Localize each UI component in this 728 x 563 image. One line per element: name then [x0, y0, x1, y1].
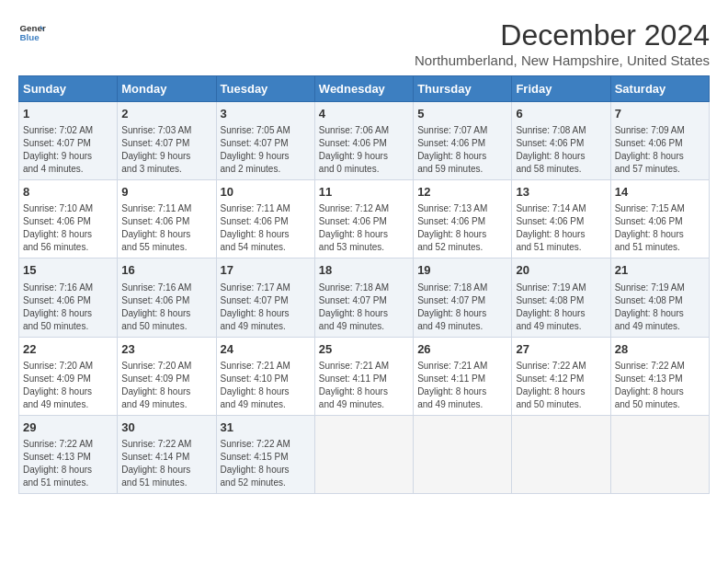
day-number: 18	[319, 262, 409, 279]
weekday-header-cell: Sunday	[19, 76, 118, 102]
calendar-week-row: 29Sunrise: 7:22 AM Sunset: 4:13 PM Dayli…	[19, 415, 710, 493]
calendar-cell: 26Sunrise: 7:21 AM Sunset: 4:11 PM Dayli…	[414, 337, 512, 415]
day-info: Sunrise: 7:14 AM Sunset: 4:06 PM Dayligh…	[516, 202, 606, 254]
weekday-header-cell: Friday	[512, 76, 610, 102]
day-number: 8	[23, 184, 113, 201]
day-info: Sunrise: 7:11 AM Sunset: 4:06 PM Dayligh…	[221, 202, 311, 254]
day-info: Sunrise: 7:13 AM Sunset: 4:06 PM Dayligh…	[417, 202, 507, 254]
day-info: Sunrise: 7:18 AM Sunset: 4:07 PM Dayligh…	[417, 282, 507, 333]
calendar-cell: 16Sunrise: 7:16 AM Sunset: 4:06 PM Dayli…	[118, 259, 216, 337]
day-info: Sunrise: 7:21 AM Sunset: 4:11 PM Dayligh…	[319, 360, 409, 411]
day-number: 20	[516, 262, 606, 279]
day-number: 7	[615, 106, 705, 122]
day-number: 9	[121, 184, 211, 201]
day-info: Sunrise: 7:12 AM Sunset: 4:06 PM Dayligh…	[319, 202, 409, 254]
calendar-cell: 6Sunrise: 7:08 AM Sunset: 4:06 PM Daylig…	[512, 102, 610, 180]
day-info: Sunrise: 7:15 AM Sunset: 4:06 PM Dayligh…	[615, 202, 705, 254]
day-info: Sunrise: 7:09 AM Sunset: 4:06 PM Dayligh…	[615, 124, 705, 176]
calendar-cell: 10Sunrise: 7:11 AM Sunset: 4:06 PM Dayli…	[216, 180, 314, 259]
calendar-cell: 21Sunrise: 7:19 AM Sunset: 4:08 PM Dayli…	[610, 259, 709, 337]
calendar-week-row: 1Sunrise: 7:02 AM Sunset: 4:07 PM Daylig…	[19, 102, 710, 180]
day-info: Sunrise: 7:16 AM Sunset: 4:06 PM Dayligh…	[23, 282, 113, 333]
day-info: Sunrise: 7:06 AM Sunset: 4:06 PM Dayligh…	[319, 124, 409, 176]
day-info: Sunrise: 7:22 AM Sunset: 4:13 PM Dayligh…	[615, 360, 705, 411]
day-number: 28	[615, 341, 705, 358]
day-number: 30	[121, 419, 211, 436]
day-number: 21	[615, 262, 705, 279]
day-number: 1	[23, 106, 113, 122]
calendar-cell: 7Sunrise: 7:09 AM Sunset: 4:06 PM Daylig…	[610, 102, 709, 180]
day-number: 25	[319, 341, 409, 358]
calendar-week-row: 15Sunrise: 7:16 AM Sunset: 4:06 PM Dayli…	[19, 259, 710, 337]
day-info: Sunrise: 7:18 AM Sunset: 4:07 PM Dayligh…	[319, 282, 409, 333]
day-number: 22	[23, 341, 113, 358]
day-number: 14	[615, 184, 705, 201]
day-number: 23	[121, 341, 211, 358]
day-number: 16	[121, 262, 211, 279]
location-title: Northumberland, New Hampshire, United St…	[415, 52, 710, 68]
calendar-cell: 29Sunrise: 7:22 AM Sunset: 4:13 PM Dayli…	[19, 415, 118, 493]
calendar-week-row: 22Sunrise: 7:20 AM Sunset: 4:09 PM Dayli…	[19, 337, 710, 415]
calendar-cell: 28Sunrise: 7:22 AM Sunset: 4:13 PM Dayli…	[610, 337, 709, 415]
title-block: December 2024 Northumberland, New Hampsh…	[415, 18, 710, 68]
day-info: Sunrise: 7:22 AM Sunset: 4:15 PM Dayligh…	[221, 438, 311, 489]
day-info: Sunrise: 7:05 AM Sunset: 4:07 PM Dayligh…	[221, 124, 311, 176]
calendar-cell: 31Sunrise: 7:22 AM Sunset: 4:15 PM Dayli…	[216, 415, 314, 493]
calendar-cell: 15Sunrise: 7:16 AM Sunset: 4:06 PM Dayli…	[19, 259, 118, 337]
header: General Blue December 2024 Northumberlan…	[18, 18, 710, 68]
day-number: 24	[221, 341, 311, 358]
calendar-cell: 4Sunrise: 7:06 AM Sunset: 4:06 PM Daylig…	[314, 102, 413, 180]
svg-text:Blue: Blue	[20, 32, 40, 42]
calendar-cell: 27Sunrise: 7:22 AM Sunset: 4:12 PM Dayli…	[512, 337, 610, 415]
day-number: 6	[516, 106, 606, 122]
calendar-body: 1Sunrise: 7:02 AM Sunset: 4:07 PM Daylig…	[19, 102, 710, 494]
day-number: 31	[221, 419, 311, 436]
day-number: 13	[516, 184, 606, 201]
day-info: Sunrise: 7:21 AM Sunset: 4:10 PM Dayligh…	[221, 360, 311, 411]
calendar-cell	[610, 415, 709, 493]
calendar-cell: 22Sunrise: 7:20 AM Sunset: 4:09 PM Dayli…	[19, 337, 118, 415]
weekday-header-row: SundayMondayTuesdayWednesdayThursdayFrid…	[19, 76, 710, 102]
month-title: December 2024	[415, 18, 710, 52]
day-info: Sunrise: 7:08 AM Sunset: 4:06 PM Dayligh…	[516, 124, 606, 176]
calendar-cell: 30Sunrise: 7:22 AM Sunset: 4:14 PM Dayli…	[118, 415, 216, 493]
day-number: 27	[516, 341, 606, 358]
calendar-cell: 1Sunrise: 7:02 AM Sunset: 4:07 PM Daylig…	[19, 102, 118, 180]
calendar-cell: 5Sunrise: 7:07 AM Sunset: 4:06 PM Daylig…	[414, 102, 512, 180]
calendar-cell: 18Sunrise: 7:18 AM Sunset: 4:07 PM Dayli…	[314, 259, 413, 337]
calendar-week-row: 8Sunrise: 7:10 AM Sunset: 4:06 PM Daylig…	[19, 180, 710, 259]
day-info: Sunrise: 7:22 AM Sunset: 4:12 PM Dayligh…	[516, 360, 606, 411]
day-info: Sunrise: 7:02 AM Sunset: 4:07 PM Dayligh…	[23, 124, 113, 176]
calendar-cell	[314, 415, 413, 493]
day-number: 2	[121, 106, 211, 122]
day-number: 29	[23, 419, 113, 436]
day-number: 17	[221, 262, 311, 279]
day-info: Sunrise: 7:17 AM Sunset: 4:07 PM Dayligh…	[221, 282, 311, 333]
day-info: Sunrise: 7:11 AM Sunset: 4:06 PM Dayligh…	[121, 202, 211, 254]
calendar-cell: 24Sunrise: 7:21 AM Sunset: 4:10 PM Dayli…	[216, 337, 314, 415]
calendar-cell: 23Sunrise: 7:20 AM Sunset: 4:09 PM Dayli…	[118, 337, 216, 415]
calendar-cell: 11Sunrise: 7:12 AM Sunset: 4:06 PM Dayli…	[314, 180, 413, 259]
calendar-table: SundayMondayTuesdayWednesdayThursdayFrid…	[18, 75, 710, 494]
logo-icon: General Blue	[18, 18, 46, 46]
day-number: 19	[417, 262, 507, 279]
day-info: Sunrise: 7:22 AM Sunset: 4:13 PM Dayligh…	[23, 438, 113, 489]
day-number: 15	[23, 262, 113, 279]
day-number: 3	[221, 106, 311, 122]
day-number: 26	[417, 341, 507, 358]
calendar-cell: 12Sunrise: 7:13 AM Sunset: 4:06 PM Dayli…	[414, 180, 512, 259]
weekday-header-cell: Monday	[118, 76, 216, 102]
calendar-cell: 3Sunrise: 7:05 AM Sunset: 4:07 PM Daylig…	[216, 102, 314, 180]
day-info: Sunrise: 7:19 AM Sunset: 4:08 PM Dayligh…	[516, 282, 606, 333]
day-number: 11	[319, 184, 409, 201]
weekday-header-cell: Thursday	[414, 76, 512, 102]
day-info: Sunrise: 7:10 AM Sunset: 4:06 PM Dayligh…	[23, 202, 113, 254]
calendar-cell: 9Sunrise: 7:11 AM Sunset: 4:06 PM Daylig…	[118, 180, 216, 259]
day-number: 12	[417, 184, 507, 201]
calendar-cell: 25Sunrise: 7:21 AM Sunset: 4:11 PM Dayli…	[314, 337, 413, 415]
weekday-header-cell: Tuesday	[216, 76, 314, 102]
calendar-cell: 14Sunrise: 7:15 AM Sunset: 4:06 PM Dayli…	[610, 180, 709, 259]
day-info: Sunrise: 7:03 AM Sunset: 4:07 PM Dayligh…	[121, 124, 211, 176]
calendar-cell: 2Sunrise: 7:03 AM Sunset: 4:07 PM Daylig…	[118, 102, 216, 180]
day-number: 5	[417, 106, 507, 122]
